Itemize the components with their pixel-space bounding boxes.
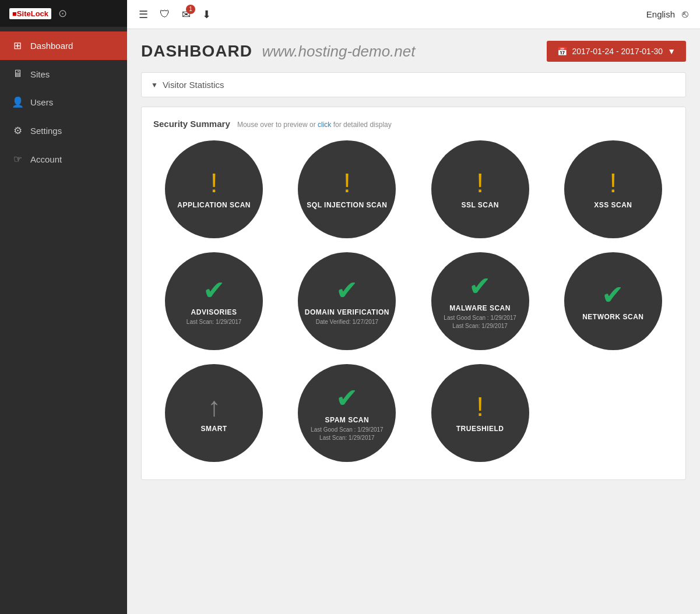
security-summary-hint: Mouse over to preview or click for detai… <box>237 121 392 129</box>
warning-icon: ! <box>609 170 617 196</box>
mail-badge: 1 <box>186 5 195 14</box>
logout-icon[interactable]: ⎋ <box>682 8 688 20</box>
warning-icon: ! <box>343 170 351 196</box>
mail-button[interactable]: ✉ 1 <box>182 8 191 21</box>
chevron-icon: ▼ <box>151 81 158 89</box>
warning-icon: ! <box>476 393 484 420</box>
visitor-statistics-section: ▼ Visitor Statistics <box>141 72 686 97</box>
warning-icon: ! <box>476 170 484 196</box>
chevron-down-icon: ▼ <box>667 47 676 56</box>
sidebar-logo: ■SiteLock ⊙ <box>0 0 127 27</box>
page-header: DASHBOARD www.hosting-demo.net 📅 2017-01… <box>141 41 686 62</box>
topbar-left: ☰ 🛡 ✉ 1 ⬇ <box>139 8 211 21</box>
scan-label: DOMAIN VERIFICATION <box>305 308 389 316</box>
settings-icon: ⚙ <box>12 125 23 137</box>
scan-sublabel: Last Good Scan : 1/29/2017Last Scan: 1/2… <box>311 426 384 442</box>
scan-sublabel: Last Good Scan : 1/29/2017Last Scan: 1/2… <box>444 314 516 330</box>
sidebar-item-sites[interactable]: 🖥 Sites <box>0 60 127 88</box>
detail-link[interactable]: click <box>318 121 331 129</box>
users-icon: 👤 <box>12 96 23 108</box>
check-icon: ✔ <box>601 281 624 308</box>
scan-circle-application-scan[interactable]: ! APPLICATION SCAN <box>165 140 263 238</box>
sidebar-item-dashboard[interactable]: ⊞ Dashboard <box>0 31 127 60</box>
scan-label: SPAM SCAN <box>325 416 370 424</box>
account-icon: ☞ <box>12 153 23 165</box>
scan-circle-ssl-scan[interactable]: ! SSL SCAN <box>431 140 529 238</box>
scan-label: SMART <box>201 425 227 433</box>
check-icon: ✔ <box>336 277 358 304</box>
logo-brand: ■SiteLock <box>9 8 51 19</box>
sidebar-nav: ⊞ Dashboard 🖥 Sites 👤 Users ⚙ Settings ☞… <box>0 31 127 174</box>
download-icon[interactable]: ⬇ <box>202 8 211 21</box>
sidebar-item-label: Account <box>30 154 62 164</box>
check-icon: ✔ <box>336 384 358 411</box>
scan-grid: ! APPLICATION SCAN ! SQL INJECTION SCAN … <box>153 140 674 462</box>
scan-label: MALWARE SCAN <box>449 304 511 312</box>
sidebar-item-label: Sites <box>30 69 50 79</box>
security-summary-card: Security Summary Mouse over to preview o… <box>141 107 686 480</box>
scan-label: NETWORK SCAN <box>582 313 643 321</box>
visitor-statistics-header[interactable]: ▼ Visitor Statistics <box>142 73 685 97</box>
hamburger-icon[interactable]: ☰ <box>139 8 148 21</box>
scan-circle-domain-verification[interactable]: ✔ DOMAIN VERIFICATION Date Verified: 1/2… <box>298 252 396 350</box>
scan-label: ADVISORIES <box>191 308 237 316</box>
language-selector[interactable]: English <box>646 9 675 19</box>
scan-label: APPLICATION SCAN <box>177 201 251 209</box>
check-icon: ✔ <box>203 277 226 304</box>
sidebar-item-label: Dashboard <box>30 41 73 51</box>
scan-label: SSL SCAN <box>461 201 498 209</box>
sidebar-item-account[interactable]: ☞ Account <box>0 145 127 174</box>
shield-icon[interactable]: 🛡 <box>160 8 170 20</box>
calendar-icon: 📅 <box>557 47 567 56</box>
dashboard-icon: ⊞ <box>12 40 23 52</box>
content-area: DASHBOARD www.hosting-demo.net 📅 2017-01… <box>127 29 700 614</box>
page-title: DASHBOARD <box>141 42 252 60</box>
check-icon: ✔ <box>469 273 491 299</box>
sidebar-item-label: Settings <box>30 126 62 136</box>
sidebar: ■SiteLock ⊙ ⊞ Dashboard 🖥 Sites 👤 Users … <box>0 0 127 614</box>
logo-globe-icon: ⊙ <box>58 7 67 20</box>
scan-circle-spam-scan[interactable]: ✔ SPAM SCAN Last Good Scan : 1/29/2017La… <box>298 364 396 462</box>
visitor-statistics-label: Visitor Statistics <box>163 80 224 90</box>
warning-icon: ! <box>210 170 218 196</box>
sites-icon: 🖥 <box>12 68 23 80</box>
scan-sublabel: Last Scan: 1/29/2017 <box>187 318 242 326</box>
scan-circle-sql-injection-scan[interactable]: ! SQL INJECTION SCAN <box>298 140 396 238</box>
page-title-container: DASHBOARD www.hosting-demo.net <box>141 42 415 61</box>
scan-circle-trueshield[interactable]: ! TRUESHIELD <box>431 364 529 462</box>
security-summary-title: Security Summary <box>153 119 230 129</box>
main-area: ☰ 🛡 ✉ 1 ⬇ English ⎋ DASHBOARD www.hostin… <box>127 0 700 614</box>
scan-label: TRUESHIELD <box>456 425 504 433</box>
date-range-label: 2017-01-24 - 2017-01-30 <box>572 47 663 56</box>
scan-circle-smart[interactable]: ↑ SMART <box>165 364 263 462</box>
topbar: ☰ 🛡 ✉ 1 ⬇ English ⎋ <box>127 0 700 29</box>
security-summary-header: Security Summary Mouse over to preview o… <box>153 119 674 129</box>
sidebar-item-users[interactable]: 👤 Users <box>0 88 127 117</box>
arrow-icon: ↑ <box>207 393 221 420</box>
scan-circle-malware-scan[interactable]: ✔ MALWARE SCAN Last Good Scan : 1/29/201… <box>431 252 529 350</box>
scan-label: SQL INJECTION SCAN <box>307 201 387 209</box>
scan-circle-network-scan[interactable]: ✔ NETWORK SCAN <box>564 252 662 350</box>
scan-circle-xss-scan[interactable]: ! XSS SCAN <box>564 140 662 238</box>
scan-sublabel: Date Verified: 1/27/2017 <box>316 318 378 326</box>
site-url: www.hosting-demo.net <box>262 43 415 60</box>
topbar-right: English ⎋ <box>646 8 688 20</box>
sidebar-item-label: Users <box>30 97 53 107</box>
scan-label: XSS SCAN <box>594 201 632 209</box>
sidebar-item-settings[interactable]: ⚙ Settings <box>0 117 127 145</box>
date-range-button[interactable]: 📅 2017-01-24 - 2017-01-30 ▼ <box>547 41 686 62</box>
scan-circle-advisories[interactable]: ✔ ADVISORIES Last Scan: 1/29/2017 <box>165 252 263 350</box>
